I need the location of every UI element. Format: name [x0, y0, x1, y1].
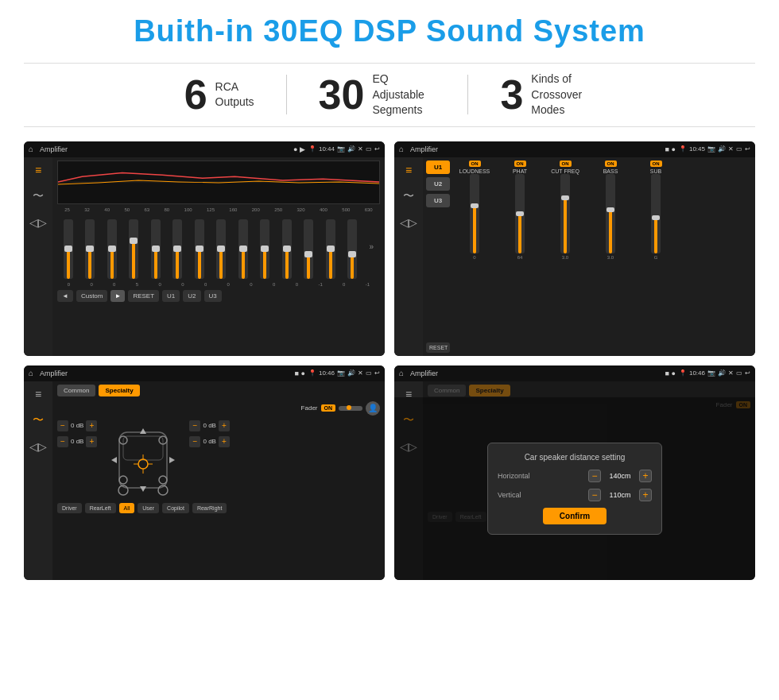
- u1-btn[interactable]: U1: [162, 290, 180, 302]
- eq-icon[interactable]: ≡: [35, 164, 41, 176]
- home-icon-4[interactable]: ⌂: [399, 369, 404, 377]
- rr-minus[interactable]: −: [189, 436, 200, 447]
- cutfreq-on[interactable]: ON: [560, 160, 572, 167]
- eq-slider-6[interactable]: [195, 219, 204, 279]
- phat-slider[interactable]: [515, 174, 525, 253]
- stat-number-crossover: 3: [500, 74, 523, 115]
- btn-rearright[interactable]: RearRight: [192, 503, 227, 513]
- eq-slider-13[interactable]: [347, 219, 357, 279]
- speaker-icon[interactable]: ◁▷: [29, 216, 47, 229]
- back-icon-1[interactable]: ↩: [374, 145, 380, 153]
- eq-slider-12[interactable]: [326, 219, 335, 279]
- page-title: Buith-in 30EQ DSP Sound System: [24, 14, 755, 48]
- loudness-value: 0: [473, 255, 475, 260]
- fl-plus[interactable]: +: [86, 420, 97, 431]
- btn-all[interactable]: All: [119, 503, 135, 513]
- vertical-minus[interactable]: −: [588, 489, 601, 501]
- tab-common-4: Common: [428, 385, 466, 396]
- speaker-icon-3[interactable]: ◁▷: [29, 440, 47, 453]
- stat-number-rca: 6: [184, 74, 207, 115]
- wifi-icon-4: ✕: [728, 369, 734, 377]
- fr-plus[interactable]: +: [219, 420, 230, 431]
- fl-minus[interactable]: −: [57, 420, 68, 431]
- horizontal-minus[interactable]: −: [588, 470, 601, 482]
- eq-icon-2[interactable]: ≡: [405, 164, 412, 176]
- more-icon[interactable]: »: [370, 242, 374, 251]
- u3-btn[interactable]: U3: [204, 290, 222, 302]
- wave-icon-2[interactable]: 〜: [403, 189, 414, 203]
- wave-icon[interactable]: 〜: [33, 189, 44, 203]
- wifi-icon-3: ✕: [358, 369, 363, 377]
- btn-rearleft[interactable]: RearLeft: [85, 503, 116, 513]
- rl-minus[interactable]: −: [57, 436, 68, 447]
- u2-btn[interactable]: U2: [183, 290, 200, 302]
- home-icon-1[interactable]: ⌂: [29, 145, 33, 153]
- dots-3: ■ ●: [295, 369, 305, 377]
- status-icons-2: 📍 10:45 📷 🔊 ✕ ▭ ↩: [679, 145, 750, 153]
- rr-plus[interactable]: +: [219, 436, 230, 447]
- preset-u1[interactable]: U1: [426, 160, 450, 174]
- channels-area: ON LOUDNESS 0 ON: [453, 160, 752, 353]
- back-icon-3[interactable]: ↩: [374, 369, 380, 377]
- bass-on[interactable]: ON: [605, 160, 617, 167]
- sub-slider[interactable]: [651, 174, 661, 253]
- vertical-plus[interactable]: +: [639, 489, 652, 501]
- crossover-main: U1 U2 U3 RESET ON LOUDNESS: [423, 157, 755, 356]
- eq-slider-7[interactable]: [216, 219, 226, 279]
- statusbar-3: ⌂ Amplifier ■ ● 📍 10:46 📷 🔊 ✕ ▭ ↩: [24, 365, 385, 381]
- eq-slider-10[interactable]: [282, 219, 292, 279]
- vertical-control: − 110cm +: [588, 489, 652, 501]
- location-icon-3: 📍: [308, 369, 316, 377]
- loudness-on[interactable]: ON: [469, 160, 481, 167]
- home-icon-3[interactable]: ⌂: [29, 369, 33, 377]
- stat-crossover: 3 Kinds ofCrossover Modes: [468, 72, 626, 118]
- tab-specialty[interactable]: Specialty: [99, 385, 139, 396]
- horizontal-value: 140cm: [604, 472, 636, 480]
- eq-slider-1[interactable]: [85, 219, 95, 279]
- eq-slider-5[interactable]: [172, 219, 182, 279]
- eq-slider-8[interactable]: [238, 219, 248, 279]
- title-3: Amplifier: [40, 369, 292, 377]
- eq-slider-9[interactable]: [260, 219, 269, 279]
- stat-label-eq: EQ AdjustableSegments: [372, 72, 436, 118]
- speaker-icon-2[interactable]: ◁▷: [400, 216, 417, 229]
- btn-user[interactable]: User: [138, 503, 159, 513]
- reset-crossover[interactable]: RESET: [426, 342, 450, 353]
- dots-4: ■ ●: [665, 369, 676, 377]
- cutfreq-slider[interactable]: [560, 174, 570, 253]
- eq-slider-3[interactable]: [129, 219, 138, 279]
- eq-slider-11[interactable]: [304, 219, 313, 279]
- phat-value: 64: [517, 255, 523, 260]
- loudness-slider[interactable]: [470, 174, 479, 253]
- horizontal-plus[interactable]: +: [639, 470, 652, 482]
- reset-btn[interactable]: RESET: [128, 290, 159, 302]
- bass-slider[interactable]: [606, 174, 615, 253]
- rl-plus[interactable]: +: [86, 436, 97, 447]
- eq-slider-4[interactable]: [151, 219, 161, 279]
- eq-slider-0[interactable]: [64, 219, 73, 279]
- db-control-fl: − 0 dB +: [57, 420, 97, 431]
- fr-minus[interactable]: −: [189, 420, 200, 431]
- back-icon-2[interactable]: ↩: [745, 145, 750, 153]
- wave-icon-3[interactable]: 〜: [33, 413, 44, 427]
- fader-on-toggle[interactable]: ON: [321, 404, 336, 412]
- profile-icon[interactable]: 👤: [366, 401, 380, 416]
- sub-on[interactable]: ON: [650, 160, 662, 167]
- preset-custom[interactable]: Custom: [76, 290, 108, 302]
- dots-2: ■ ●: [665, 145, 676, 153]
- tab-common[interactable]: Common: [57, 385, 95, 396]
- preset-u2[interactable]: U2: [426, 177, 450, 191]
- play-btn[interactable]: ►: [110, 290, 125, 302]
- eq-slider-2[interactable]: [107, 219, 117, 279]
- fader-slider[interactable]: [339, 406, 362, 411]
- prev-btn[interactable]: ◄: [57, 290, 73, 302]
- vol-icon-3: 🔊: [347, 369, 355, 377]
- btn-driver[interactable]: Driver: [57, 503, 82, 513]
- phat-on[interactable]: ON: [514, 160, 526, 167]
- preset-u3[interactable]: U3: [426, 194, 450, 207]
- confirm-button[interactable]: Confirm: [543, 508, 607, 524]
- back-icon-4[interactable]: ↩: [745, 369, 750, 377]
- home-icon-2[interactable]: ⌂: [399, 145, 404, 153]
- eq-icon-3[interactable]: ≡: [35, 388, 41, 400]
- btn-copilot[interactable]: Copilot: [162, 503, 189, 513]
